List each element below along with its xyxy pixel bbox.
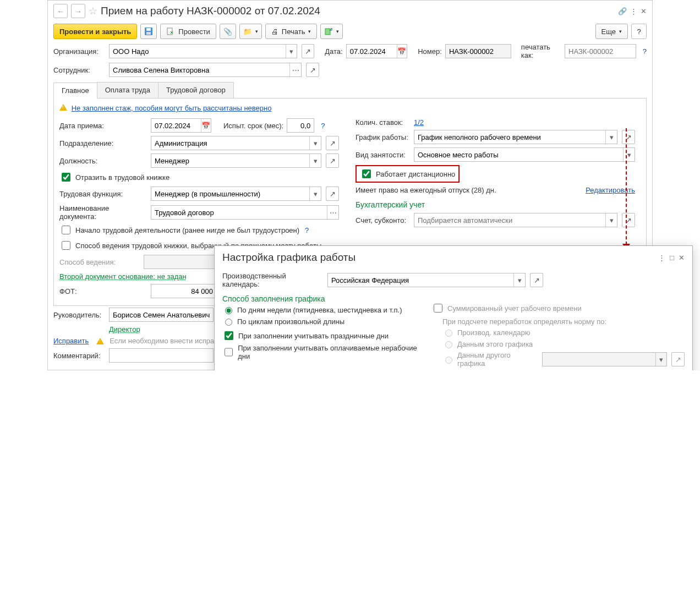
sched-field[interactable]: ▾ <box>414 130 617 144</box>
chevron-down-icon: ▾ <box>655 353 666 366</box>
by-cycles-radio[interactable]: По циклам произвольной длины <box>222 317 344 326</box>
acc-section-title: Бухгалтерский учет <box>356 200 641 209</box>
second-doc-link[interactable]: Второй документ основание: не задан <box>59 272 187 281</box>
chevron-down-icon[interactable]: ▾ <box>623 148 635 161</box>
head-field[interactable] <box>109 308 214 322</box>
post-field[interactable]: ▾ <box>151 154 321 168</box>
start-help-icon[interactable]: ? <box>305 226 309 234</box>
org-label: Организация: <box>53 47 106 56</box>
open-post-button[interactable]: ↗ <box>326 154 339 168</box>
hire-date-field[interactable]: 📅 <box>151 118 211 133</box>
overlay-max-icon[interactable]: □ <box>670 254 674 262</box>
date-label: Дата: <box>325 47 342 56</box>
chevron-down-icon[interactable]: ▾ <box>513 273 525 287</box>
cal-field[interactable]: ▾ <box>327 273 526 287</box>
number-field <box>445 44 511 58</box>
svg-rect-2 <box>146 32 151 35</box>
attach-button[interactable]: 📎 <box>220 24 236 39</box>
chevron-down-icon[interactable]: ▾ <box>605 130 617 144</box>
picker-icon[interactable]: ⋯ <box>289 63 301 76</box>
over-other-radio: Данным другого графика <box>442 351 539 368</box>
chevron-down-icon[interactable]: ▾ <box>286 45 297 58</box>
print-button[interactable]: 🖨 Печать ▾ <box>265 24 318 39</box>
comment-field[interactable] <box>109 348 214 363</box>
printas-field[interactable] <box>565 44 636 58</box>
warning-icon <box>96 338 104 344</box>
svg-rect-3 <box>167 28 172 35</box>
overlay-title: Настройка графика работы <box>222 251 654 264</box>
chevron-down-icon[interactable]: ▾ <box>605 213 617 227</box>
svg-rect-1 <box>146 28 151 31</box>
emp-label: Сотрудник: <box>53 66 106 74</box>
export-button[interactable]: ▾ <box>320 24 343 39</box>
picker-icon[interactable]: ⋯ <box>327 206 338 219</box>
close-icon[interactable]: ✕ <box>641 7 647 15</box>
emp-field[interactable]: ⋯ <box>109 63 302 77</box>
favorite-icon[interactable]: ☆ <box>89 5 97 17</box>
calendar-icon[interactable]: 📅 <box>201 119 211 132</box>
post-button[interactable]: Провести <box>160 24 216 39</box>
open-acc-button[interactable]: ↗ <box>622 213 635 227</box>
start-activity-checkbox[interactable]: Начало трудовой деятельности (ранее нигд… <box>59 224 299 236</box>
over-other-field: ▾ <box>542 352 667 366</box>
folder-button[interactable]: 📁 ▾ <box>239 24 262 39</box>
open-over-button: ↗ <box>671 352 685 366</box>
rate-link[interactable]: 1/2 <box>414 118 424 127</box>
tab-contract[interactable]: Трудовой договор <box>158 82 234 98</box>
more-button[interactable]: Еще ▾ <box>595 24 628 39</box>
overlay-close-icon[interactable]: ✕ <box>679 254 685 262</box>
post-close-button[interactable]: Провести и закрыть <box>53 24 137 39</box>
docname-field[interactable]: ⋯ <box>151 205 339 220</box>
open-func-button[interactable]: ↗ <box>326 187 339 201</box>
func-field[interactable]: ▾ <box>151 187 321 201</box>
svg-rect-4 <box>325 29 330 35</box>
link-icon[interactable]: 🔗 <box>618 7 627 15</box>
holidays-checkbox[interactable]: При заполнении учитывать праздничные дни <box>222 330 389 342</box>
fix-link[interactable]: Исправить <box>53 337 89 345</box>
remote-checkbox[interactable]: Работает дистанционно <box>360 168 455 180</box>
cal-label: Производственный календарь: <box>222 272 324 288</box>
rate-label: Колич. ставок: <box>356 118 411 127</box>
paid-nonwork-checkbox[interactable]: При заполнении учитывать оплачиваемые не… <box>222 344 420 360</box>
probation-help-icon[interactable]: ? <box>321 122 325 130</box>
reflect-checkbox[interactable]: Отразить в трудовой книжке <box>59 171 169 183</box>
acc-field[interactable]: ▾ <box>414 213 617 227</box>
tab-main[interactable]: Главное <box>53 83 97 98</box>
save-button[interactable] <box>140 24 157 39</box>
open-cal-button[interactable]: ↗ <box>530 273 543 287</box>
help-button[interactable]: ? <box>631 24 647 39</box>
comment-label: Комментарий: <box>53 352 106 360</box>
head-post-link[interactable]: Директор <box>109 325 140 333</box>
hire-date-label: Дата приема: <box>59 122 147 130</box>
nav-fwd-button[interactable]: → <box>71 4 85 18</box>
date-field[interactable]: 📅 <box>346 44 407 58</box>
warning-link[interactable]: Не заполнен стаж, пособия могут быть рас… <box>72 104 272 112</box>
unit-field[interactable]: ▾ <box>151 136 321 150</box>
remote-highlight: Работает дистанционно <box>356 165 460 183</box>
sched-label: График работы: <box>356 133 411 141</box>
menu-icon[interactable]: ⋮ <box>630 7 637 15</box>
calendar-icon[interactable]: 📅 <box>397 45 407 58</box>
open-unit-button[interactable]: ↗ <box>326 136 339 150</box>
over-label: При подсчете переработок определять норм… <box>442 317 685 326</box>
by-days-radio[interactable]: По дням недели (пятидневка, шестидневка … <box>222 305 402 314</box>
over-this-radio: Данным этого графика <box>442 339 533 348</box>
chevron-down-icon[interactable]: ▾ <box>309 136 321 150</box>
chevron-down-icon[interactable]: ▾ <box>309 154 321 167</box>
edit-vacation-link[interactable]: Редактировать <box>586 186 635 194</box>
emptype-field[interactable]: ▾ <box>414 147 635 162</box>
tab-pay[interactable]: Оплата труда <box>97 82 158 98</box>
fot-field[interactable] <box>151 284 217 298</box>
printas-help-icon[interactable]: ? <box>643 47 647 56</box>
open-sched-button[interactable]: ↗ <box>622 130 635 144</box>
org-field[interactable]: ▾ <box>109 44 297 58</box>
nav-back-button[interactable]: ← <box>53 4 68 18</box>
overlay-menu-icon[interactable]: ⋮ <box>658 254 665 262</box>
chevron-down-icon[interactable]: ▾ <box>309 187 321 200</box>
fix-note: Если необходимо внести исправлен <box>110 337 230 345</box>
open-org-button[interactable]: ↗ <box>302 44 314 58</box>
fot-label: ФОТ: <box>59 287 147 295</box>
probation-field[interactable] <box>287 118 314 133</box>
summary-checkbox[interactable]: Суммированный учет рабочего времени <box>431 302 582 314</box>
open-emp-button[interactable]: ↗ <box>306 63 319 77</box>
